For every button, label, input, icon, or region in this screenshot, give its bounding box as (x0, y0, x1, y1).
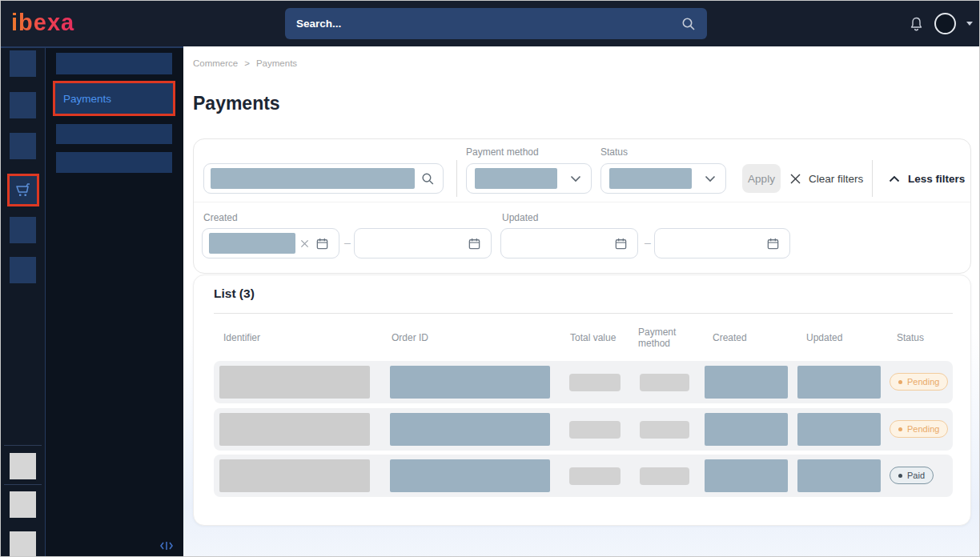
created-placeholder (705, 366, 788, 399)
payment-method-label: Payment method (466, 146, 539, 158)
status-badge-label: Paid (907, 471, 925, 480)
search-icon (681, 17, 696, 31)
global-search-input[interactable]: Search... (285, 8, 707, 39)
filter-search-input[interactable] (203, 163, 444, 194)
identifier-placeholder (219, 459, 370, 492)
less-filters-label: Less filters (908, 173, 965, 185)
payments-list-panel: List (3) Identifier Order ID Total value… (193, 274, 971, 526)
less-filters-button[interactable]: Less filters (889, 164, 965, 193)
payment-method-placeholder (640, 374, 689, 391)
column-header-total-value: Total value (570, 332, 616, 343)
sidebar-icon-commerce-cart[interactable] (7, 174, 39, 206)
user-avatar[interactable] (934, 13, 956, 34)
main-content: Commerce > Payments Payments Payment met… (183, 46, 980, 557)
calendar-icon[interactable] (766, 237, 780, 250)
payment-method-placeholder (640, 421, 689, 439)
status-dot-icon (898, 427, 902, 431)
updated-from-date-input[interactable] (500, 228, 638, 258)
status-value-placeholder (609, 168, 692, 189)
filters-vertical-divider-2 (872, 160, 873, 197)
order-id-placeholder (390, 413, 550, 446)
created-label: Created (203, 212, 238, 223)
calendar-icon[interactable] (315, 237, 329, 250)
ibexa-logo: ibexa (11, 10, 74, 36)
sidebar-icon-placeholder-8[interactable] (10, 531, 36, 557)
sidebar-resize-handle-icon[interactable] (159, 540, 174, 555)
page-title: Payments (193, 93, 280, 114)
breadcrumb-separator: > (244, 58, 250, 68)
filters-vertical-divider-1 (456, 160, 457, 197)
sidebar-icon-placeholder-5[interactable] (10, 257, 36, 283)
column-header-payment-method: Payment method (638, 327, 683, 349)
created-to-date-input[interactable] (354, 228, 492, 258)
sidebar-icon-placeholder-2[interactable] (10, 92, 36, 118)
filters-panel: Payment method Status Apply (193, 138, 971, 274)
apply-button[interactable]: Apply (742, 164, 781, 193)
breadcrumb: Commerce > Payments (193, 58, 297, 68)
notifications-bell-icon[interactable] (909, 16, 924, 32)
icon-rail (1, 46, 45, 557)
created-from-date-input[interactable] (202, 228, 339, 258)
updated-placeholder (797, 413, 881, 446)
close-icon (789, 173, 801, 185)
calendar-icon[interactable] (468, 237, 481, 250)
search-icon (421, 172, 435, 186)
table-row-1[interactable]: Pending (214, 361, 953, 403)
sidebar-icon-placeholder-7[interactable] (10, 491, 36, 518)
total-value-placeholder (569, 467, 621, 485)
column-header-identifier: Identifier (223, 332, 260, 343)
cart-icon (14, 182, 32, 199)
identifier-placeholder (219, 413, 370, 446)
clear-date-icon[interactable] (300, 239, 309, 248)
app-shell: Payments Commerce > Payments Payments (1, 46, 980, 557)
top-bar: ibexa Search... (1, 1, 980, 46)
submenu-item-placeholder-2[interactable] (56, 124, 172, 144)
identifier-placeholder (219, 366, 370, 399)
topbar-actions (909, 1, 973, 46)
updated-placeholder (797, 366, 881, 399)
column-header-created: Created (713, 332, 747, 343)
created-from-value-placeholder (209, 233, 295, 254)
order-id-placeholder (390, 459, 550, 492)
total-value-placeholder (569, 421, 621, 439)
total-value-placeholder (569, 374, 621, 391)
calendar-icon[interactable] (614, 237, 628, 250)
created-placeholder (705, 459, 788, 492)
status-badge: Pending (890, 420, 948, 438)
sidebar-icon-placeholder-4[interactable] (10, 217, 36, 243)
payment-method-placeholder (640, 467, 689, 485)
table-row-3[interactable]: Paid (214, 455, 953, 497)
breadcrumb-payments[interactable]: Payments (256, 58, 297, 68)
column-header-order-id: Order ID (392, 332, 428, 343)
sidebar-icon-placeholder-3[interactable] (10, 133, 36, 159)
chevron-up-icon (889, 175, 900, 182)
breadcrumb-commerce[interactable]: Commerce (193, 58, 238, 68)
status-badge-label: Pending (907, 377, 939, 387)
payment-method-value-placeholder (475, 168, 557, 189)
updated-label: Updated (502, 212, 538, 223)
submenu-item-placeholder-3[interactable] (56, 152, 172, 173)
sidebar-item-payments[interactable]: Payments (53, 81, 175, 116)
sidebar-submenu: Payments (45, 46, 183, 557)
list-title-divider (214, 313, 953, 314)
filter-search-value-placeholder (211, 168, 415, 189)
status-select[interactable] (600, 163, 726, 194)
sidebar-icon-placeholder-6[interactable] (10, 453, 36, 479)
updated-to-date-input[interactable] (654, 228, 790, 258)
submenu-item-placeholder-1[interactable] (56, 53, 172, 74)
sidebar-item-payments-label: Payments (63, 93, 111, 105)
status-badge: Pending (890, 373, 948, 391)
status-label: Status (600, 146, 628, 158)
created-placeholder (705, 413, 788, 446)
clear-filters-button[interactable]: Clear filters (789, 164, 863, 193)
column-header-status: Status (897, 332, 924, 343)
payment-method-select[interactable] (466, 163, 592, 194)
table-row-2[interactable]: Pending (214, 408, 953, 451)
user-menu-caret-icon[interactable] (966, 22, 973, 26)
clear-filters-label: Clear filters (809, 173, 863, 185)
sidebar-icon-placeholder-1[interactable] (10, 50, 36, 77)
list-title: List (3) (214, 287, 255, 301)
app-window: ibexa Search... (0, 0, 980, 557)
rail-divider-bottom (4, 484, 42, 485)
global-search-placeholder: Search... (296, 18, 681, 30)
